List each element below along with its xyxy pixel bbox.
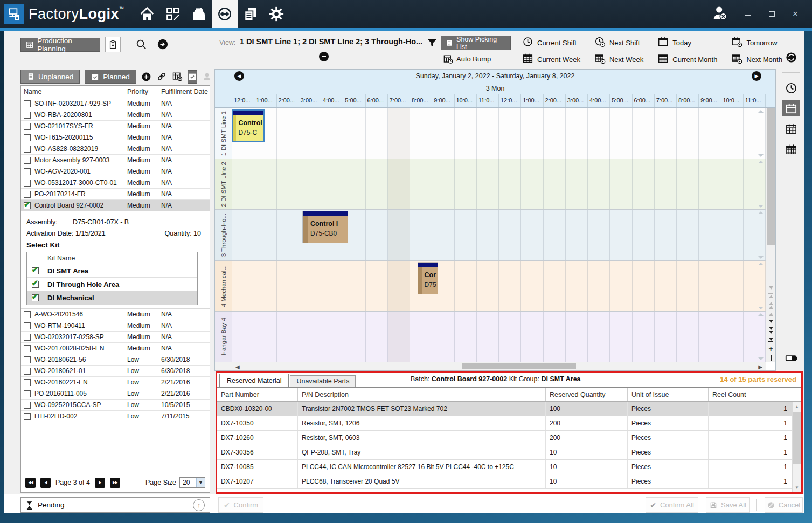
refresh-icon[interactable] [782,49,800,65]
auto-bump-button[interactable]: Auto Bump [443,52,491,65]
scrollbar-thumb[interactable] [462,363,576,369]
week-view-icon[interactable] [782,121,800,137]
kit-checkbox[interactable] [32,267,39,274]
gantt-row-lane[interactable] [232,312,766,362]
user-logged-out-icon[interactable] [711,4,729,24]
scroll-bottom-icon[interactable] [768,338,773,342]
gantt-row-lane[interactable]: CorD75 [232,261,766,311]
work-order-checkbox[interactable] [24,413,31,420]
work-order-checkbox[interactable] [24,157,31,164]
production-planning-button[interactable]: Production Planning [20,38,100,52]
work-order-row[interactable]: PO-20160111-005Low2/21/2016 [21,388,210,400]
row-scroll-up-icon[interactable] [758,110,764,113]
work-order-checkbox[interactable] [24,311,31,318]
column-header-part-number[interactable]: Part Number [217,388,298,401]
gantt-task[interactable]: Control ID75-CB0 [302,211,348,243]
scheduling-icon[interactable] [212,0,238,28]
schedule-selected-button[interactable] [188,70,197,84]
column-header-unit-of-issue[interactable]: Unit of Issue [628,388,709,401]
view-value[interactable]: 1 DI SMT Line 1; 2 DI SMT LIne 2; 3 Thro… [240,37,422,46]
part-row[interactable]: DX7-10350Resistor, SMT, 1206200Pieces1 [217,416,801,431]
add-icon[interactable] [141,71,151,82]
kit-row[interactable]: DI SMT Area [27,264,197,278]
work-order-row[interactable]: Control Board 927-0002MediumN/A [21,200,210,211]
last-page-button[interactable]: ▶▶ [110,478,120,488]
work-order-row[interactable]: A-WO-20201546MediumN/A [21,309,210,320]
tab-unplanned[interactable]: Unplanned [20,70,80,84]
confirm-button[interactable]: ✔ Confirm [218,497,263,513]
scroll-up-icon[interactable]: ▲ [793,404,801,409]
reports-icon[interactable] [238,0,263,28]
work-order-row[interactable]: WO-20160221-ENLow2/21/2016 [21,377,210,388]
work-order-row[interactable]: WO-20180621-01Low6/30/2018 [21,366,210,377]
work-order-row[interactable]: WO-20180621-56Low6/30/2018 [21,354,210,366]
part-row[interactable]: DX7-10085PLCC44, IC CAN Microcontroller … [217,460,801,474]
part-row[interactable]: DX7-10207PLCC68, Transceiver 20 Quad 5V1… [217,474,801,489]
kit-checkbox[interactable] [32,281,39,288]
row-down-icon[interactable] [769,320,773,323]
planning-icon[interactable] [160,0,186,28]
row-scroll-up-icon[interactable] [758,263,764,265]
scroll-left-icon[interactable]: ◀ [235,364,240,370]
fit-icon[interactable] [771,355,772,361]
page-size-select[interactable]: 20 ▼ [179,477,205,488]
next-week-icon[interactable]: ▶ [752,71,761,81]
clipboard-button[interactable] [105,37,121,52]
row-scroll-down-icon[interactable] [758,357,764,360]
show-picking-list-button[interactable]: Show Picking List [441,36,511,50]
gantt-row-lane[interactable]: Control ID75-CB0 [232,210,766,260]
parts-scrollbar[interactable]: ▲ ▼ [792,402,801,492]
work-order-row[interactable]: WO-AGV-2020-001MediumN/A [21,166,210,177]
part-row[interactable]: DX7-30356QFP-208, SMT, Tray10Pieces1 [217,445,801,460]
previous-page-button[interactable]: ◀ [40,478,51,488]
gantt-row-header[interactable]: 4 Mechanical... [215,261,232,311]
work-order-checkbox[interactable] [24,191,31,198]
gantt-vertical-scrollbar[interactable]: + [766,108,775,362]
page-down-icon[interactable] [769,327,773,334]
work-order-checkbox[interactable] [24,334,31,341]
work-order-checkbox[interactable] [24,134,31,141]
tab-planned[interactable]: Planned [85,70,136,84]
work-order-row[interactable]: WO-RTM-190411MediumN/A [21,320,210,332]
kit-checkbox[interactable] [32,294,39,301]
current-week-button[interactable]: Current Week [522,53,580,66]
current-month-button[interactable]: Current Month [657,53,717,66]
table-settings-icon[interactable] [172,71,183,82]
day-view-icon[interactable] [782,100,800,116]
work-order-checkbox[interactable] [24,356,31,363]
scroll-top-icon[interactable] [768,293,773,298]
row-up-icon[interactable] [769,313,773,316]
next-shift-button[interactable]: Next Shift [594,36,643,49]
work-order-row[interactable]: WO-02032017-0258-SPMediumN/A [21,332,210,343]
work-order-row[interactable]: PO-20170214-FRMediumN/A [21,189,210,200]
work-order-checkbox[interactable] [24,146,31,153]
confirm-all-button[interactable]: ✔ Confirm All [646,497,698,513]
row-scroll-down-icon[interactable] [758,256,764,259]
work-order-row[interactable]: WO-05312017-3000-CT0-01MediumN/A [21,177,210,189]
kit-name-column-header[interactable]: Kit Name [43,254,75,262]
scroll-down-icon[interactable] [769,286,773,290]
part-row[interactable]: CBDX0-10320-00Transistor 2N7002 TMOS FET… [217,402,801,416]
scroll-right-icon[interactable]: ▶ [758,364,762,370]
work-order-checkbox[interactable] [24,345,31,352]
next-month-button[interactable]: Next Month [731,53,782,66]
kit-row[interactable]: DI Through Hole Area [27,278,197,291]
scrollbar-thumb[interactable] [767,108,775,245]
row-scroll-down-icon[interactable] [758,154,764,157]
close-button[interactable]: × [790,9,800,19]
row-scroll-up-icon[interactable] [758,161,764,163]
next-page-button[interactable]: ▶ [95,478,105,488]
row-scroll-down-icon[interactable] [758,307,764,309]
scrollbar-thumb[interactable] [793,412,801,464]
row-scroll-up-icon[interactable] [758,211,764,214]
tab-reserved-material[interactable]: Reserved Material [219,374,289,387]
month-view-icon[interactable] [782,141,800,157]
work-order-checkbox[interactable] [24,390,31,397]
maximize-button[interactable] [767,9,776,19]
shift-view-icon[interactable] [782,80,800,96]
gantt-horizontal-scrollbar[interactable]: ◀ ▶ [215,362,766,370]
row-scroll-up-icon[interactable] [758,313,764,316]
tomorrow-button[interactable]: Tomorrow [731,36,782,49]
gantt-row-header[interactable]: 2 DI SMT LIne 2 [215,159,232,209]
work-order-row[interactable]: SO-INF-02032017-929-SPMediumN/A [21,98,210,109]
